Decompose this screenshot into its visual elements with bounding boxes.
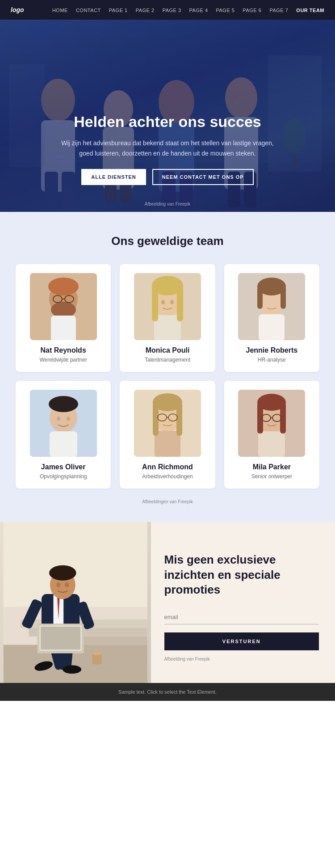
team-section: Ons geweldige team Nat R: [0, 212, 335, 522]
team-name-6: Mila Parker: [231, 463, 312, 471]
logo[interactable]: logo: [11, 6, 24, 13]
team-name-4: James Oliver: [23, 463, 104, 471]
navbar: logo HOME CONTACT PAGE 1 PAGE 2 PAGE 3 P…: [0, 0, 335, 20]
hero-title: Helden achter ons succes: [60, 113, 275, 131]
newsletter-title: Mis geen exclusieve inzichten en special…: [164, 552, 319, 598]
member-6-avatar: [238, 390, 305, 457]
hero-credit: Afbeelding van Freepik: [145, 202, 190, 206]
member-5-avatar: [134, 390, 201, 457]
team-photo-3: [238, 273, 305, 340]
team-role-3: HR-analyse: [231, 357, 312, 363]
nav-item-page6[interactable]: PAGE 6: [243, 6, 261, 14]
team-role-1: Wereldwijde partner: [23, 357, 104, 363]
team-card-5: Ann Richmond Arbeidsverhoudingen: [120, 381, 215, 489]
svg-point-90: [92, 652, 102, 655]
hero-subtitle: Wij zijn het adviesbureau dat bekend sta…: [60, 138, 275, 158]
hero-content: Helden achter ons succes Wij zijn het ad…: [34, 113, 302, 212]
team-role-5: Arbeidsverhoudingen: [127, 473, 208, 480]
team-card-4: James Oliver Opvolgingsplanning: [16, 381, 111, 489]
newsletter-email-input[interactable]: [164, 610, 319, 624]
team-role-6: Senior ontwerper: [231, 473, 312, 480]
newsletter-right-panel: Mis geen exclusieve inzichten en special…: [151, 522, 335, 683]
team-photo-2: [134, 273, 201, 340]
newsletter-submit-button[interactable]: VERSTUREN: [164, 632, 319, 650]
svg-rect-34: [177, 286, 183, 321]
svg-rect-62: [257, 402, 263, 434]
svg-point-23: [51, 302, 76, 318]
svg-rect-42: [281, 287, 286, 309]
team-card-1: Nat Reynolds Wereldwijde partner: [16, 264, 111, 372]
team-photo-5: [134, 390, 201, 457]
svg-rect-31: [154, 315, 181, 340]
nav-item-page3[interactable]: PAGE 3: [163, 6, 181, 14]
svg-point-25: [48, 278, 79, 295]
nav-item-page7[interactable]: PAGE 7: [269, 6, 288, 14]
svg-point-35: [161, 300, 165, 304]
team-card-2: Monica Pouli Talentmanagement: [120, 264, 215, 372]
member-4-avatar: [30, 390, 97, 457]
hero-buttons: ALLE DIENSTEN NEEM CONTACT MET ONS OP: [60, 169, 275, 185]
nav-links: HOME CONTACT PAGE 1 PAGE 2 PAGE 3 PAGE 4…: [52, 6, 324, 14]
nav-item-page4[interactable]: PAGE 4: [189, 6, 208, 14]
svg-rect-63: [280, 402, 286, 434]
svg-point-36: [170, 300, 174, 304]
svg-rect-24: [51, 316, 76, 340]
nav-item-contact[interactable]: CONTACT: [76, 6, 101, 14]
team-photo-6: [238, 390, 305, 457]
svg-rect-39: [259, 314, 285, 340]
hero-section: Helden achter ons succes Wij zijn het ad…: [0, 20, 335, 212]
contact-button[interactable]: NEEM CONTACT MET ONS OP: [152, 169, 254, 185]
svg-rect-41: [257, 287, 263, 309]
footer: Sample text. Click to select the Text El…: [0, 683, 335, 701]
svg-point-81: [49, 565, 76, 581]
team-card-6: Mila Parker Senior ontwerper: [224, 381, 319, 489]
footer-text: Sample text. Click to select the Text El…: [6, 689, 329, 695]
svg-point-82: [56, 582, 60, 587]
team-credit: Afbeeldingen van Freepik: [13, 499, 322, 504]
team-role-4: Opvolgingsplanning: [23, 473, 104, 480]
newsletter-section: Mis geen exclusieve inzichten en special…: [0, 522, 335, 683]
team-name-1: Nat Reynolds: [23, 346, 104, 354]
svg-point-83: [65, 582, 69, 587]
member-2-avatar: [134, 273, 201, 340]
all-services-button[interactable]: ALLE DIENSTEN: [81, 169, 146, 185]
newsletter-credit: Afbeelding van Freepik: [164, 657, 319, 662]
newsletter-left-panel: [0, 522, 151, 683]
member-1-avatar: [30, 273, 97, 340]
svg-rect-88: [41, 627, 80, 649]
svg-point-76: [63, 665, 81, 674]
nav-item-page1[interactable]: PAGE 1: [109, 6, 128, 14]
team-name-3: Jennie Roberts: [231, 346, 312, 354]
team-photo-1: [30, 273, 97, 340]
nav-item-page5[interactable]: PAGE 5: [216, 6, 235, 14]
team-photo-4: [30, 390, 97, 457]
svg-point-48: [67, 417, 70, 421]
team-grid: Nat Reynolds Wereldwijde partner: [16, 264, 319, 489]
svg-rect-51: [155, 431, 180, 457]
newsletter-person-illustration: [0, 522, 151, 683]
team-title: Ons geweldige team: [13, 234, 322, 248]
team-role-2: Talentmanagement: [127, 357, 208, 363]
team-name-5: Ann Richmond: [127, 463, 208, 471]
svg-point-46: [49, 396, 78, 412]
svg-rect-45: [50, 431, 77, 457]
nav-item-page2[interactable]: PAGE 2: [136, 6, 155, 14]
nav-item-home[interactable]: HOME: [52, 6, 68, 14]
team-name-2: Monica Pouli: [127, 346, 208, 354]
team-card-3: Jennie Roberts HR-analyse: [224, 264, 319, 372]
svg-point-47: [57, 417, 60, 421]
member-3-avatar: [238, 273, 305, 340]
nav-item-ourteam[interactable]: OUR TEAM: [296, 6, 324, 14]
svg-rect-33: [152, 286, 158, 321]
svg-rect-60: [258, 431, 285, 457]
